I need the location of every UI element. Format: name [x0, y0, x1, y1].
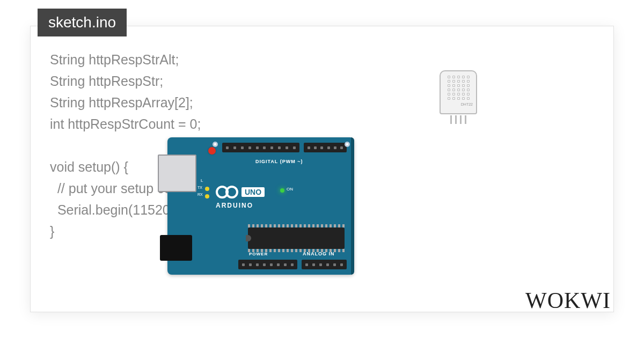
mounting-hole-icon [345, 142, 350, 147]
arduino-pcb: L TX RX ON DIGITAL (PWM ~) ANALOG IN POW… [167, 137, 354, 275]
on-led-icon [280, 188, 284, 193]
arduino-brand: ARDUINO [216, 202, 253, 209]
dht22-body: DHT22 [440, 70, 477, 114]
usb-port [158, 155, 196, 192]
digital-label: DIGITAL (PWM ~) [255, 159, 303, 164]
led-label: RX [197, 193, 203, 196]
reset-button-icon[interactable] [208, 147, 216, 155]
led-label: L [201, 178, 203, 183]
mounting-hole-icon [213, 142, 218, 147]
led-label: TX [197, 186, 202, 189]
wokwi-logo: WOKWI [525, 288, 611, 313]
power-pin-header[interactable] [238, 260, 297, 269]
file-tab-label: sketch.ino [48, 14, 116, 31]
uno-badge: UNO [241, 187, 265, 197]
digital-pin-header-2[interactable] [304, 143, 347, 152]
power-label: POWER [249, 252, 268, 256]
code-line: int httpRespStrCount = 0; [50, 116, 201, 131]
dht22-sensor[interactable]: DHT22 [440, 70, 477, 123]
editor-card: String httpRespStrAlt; String httpRespSt… [30, 26, 614, 312]
wokwi-logo-text: WOKWI [525, 288, 611, 313]
atmega-chip [248, 227, 345, 249]
analog-label: ANALOG IN [303, 251, 335, 256]
rx-led-icon [205, 194, 209, 199]
code-line: String httpRespStr; [50, 74, 163, 89]
dht22-pins[interactable] [440, 115, 477, 124]
file-tab[interactable]: sketch.ino [38, 9, 127, 36]
analog-pin-header[interactable] [302, 260, 347, 269]
power-jack [160, 235, 192, 261]
code-line: String httpRespStrAlt; [50, 52, 179, 67]
code-line: void setup() { [50, 159, 128, 174]
tx-led-icon [205, 187, 209, 191]
arduino-uno-board[interactable]: L TX RX ON DIGITAL (PWM ~) ANALOG IN POW… [167, 137, 354, 275]
dht22-label: DHT22 [461, 102, 473, 106]
code-line: String httpRespArray[2]; [50, 95, 193, 110]
arduino-logo-icon: UNO [216, 186, 265, 199]
led-label: ON [287, 187, 293, 192]
digital-pin-header-1[interactable] [222, 143, 299, 152]
code-line: } [50, 224, 54, 239]
code-line: Serial.begin(115200); [50, 202, 186, 217]
